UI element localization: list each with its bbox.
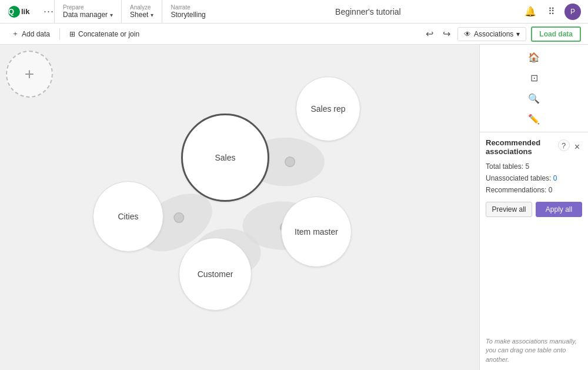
assoc-note: To make associations manually, you can d… (486, 337, 582, 364)
logo-area: Q lik ··· (7, 5, 54, 19)
right-side-panel: 🏠 ⊡ 🔍 ✏️ Recommended associations ? × To… (479, 45, 588, 370)
header-right: 🔔 ⠿ P (522, 4, 581, 20)
toolbar: ＋ Add data ⊞ Concatenate or join ↩ ↪ 👁 A… (0, 24, 588, 45)
notifications-icon[interactable]: 🔔 (522, 4, 539, 19)
concatenate-button[interactable]: ⊞ Concatenate or join (65, 28, 144, 41)
svg-point-4 (285, 157, 295, 167)
toolbar-separator (59, 28, 60, 40)
prepare-value: Data manager ▾ (63, 11, 113, 19)
prepare-label: Prepare (63, 4, 113, 11)
assoc-panel-title: Recommended associations (486, 138, 558, 156)
qlik-logo: Q lik (7, 5, 38, 19)
add-data-circle[interactable]: + (6, 51, 53, 98)
load-data-button[interactable]: Load data (531, 26, 581, 42)
add-plus-icon: + (25, 65, 34, 84)
bubble-label-cities: Cities (118, 212, 138, 221)
assoc-help-button[interactable]: ? (558, 139, 570, 151)
header-more-btn[interactable]: ··· (44, 5, 54, 18)
header: Q lik ··· Prepare Data manager ▾ Analyze… (0, 0, 588, 24)
avatar[interactable]: P (564, 4, 581, 20)
unassoc-tables-stat: Unassociated tables: 0 (486, 174, 582, 182)
bubble-sales-rep[interactable]: Sales rep (296, 76, 360, 141)
plus-icon: ＋ (12, 29, 19, 39)
zoom-in-icon[interactable]: 🔍 (526, 91, 542, 106)
apply-all-button[interactable]: Apply all (536, 202, 582, 217)
add-data-button[interactable]: ＋ Add data (7, 26, 55, 41)
associations-button[interactable]: 👁 Associations ▾ (457, 27, 526, 41)
bubble-label-customer: Customer (198, 269, 233, 279)
undo-button[interactable]: ↩ (423, 26, 436, 42)
bubble-label-item-master: Item master (295, 227, 338, 236)
prepare-section[interactable]: Prepare Data manager ▾ (54, 0, 121, 23)
toolbar-right-actions: ↩ ↪ 👁 Associations ▾ Load data (423, 26, 581, 42)
analyze-value: Sheet ▾ (130, 11, 153, 19)
bubble-label-sales-rep: Sales rep (310, 104, 345, 114)
table-icon: ⊞ (69, 30, 75, 38)
bubble-customer[interactable]: Customer (179, 238, 252, 311)
assoc-panel: Recommended associations ? × Total table… (480, 132, 588, 370)
recommendations-stat: Recommendations: 0 (486, 186, 582, 194)
canvas-area: + SalesSales repCitiesItem masterCustome… (0, 45, 479, 370)
main-area: + SalesSales repCitiesItem masterCustome… (0, 45, 588, 370)
analyze-label: Analyze (130, 4, 153, 11)
narrate-value: Storytelling (171, 11, 205, 19)
assoc-actions: Preview all Apply all (486, 202, 582, 217)
edit-icon[interactable]: ✏️ (526, 111, 542, 127)
grid-icon[interactable]: ⠿ (546, 4, 557, 19)
preview-all-button[interactable]: Preview all (486, 202, 532, 217)
analyze-chevron: ▾ (151, 12, 153, 18)
assoc-header-icons: ? × (558, 139, 582, 155)
bubble-item-master[interactable]: Item master (281, 196, 352, 267)
bubble-label-sales: Sales (215, 153, 235, 162)
svg-point-6 (174, 213, 184, 223)
total-tables-stat: Total tables: 5 (486, 162, 582, 171)
svg-text:lik: lik (21, 7, 30, 16)
home-icon[interactable]: 🏠 (526, 49, 542, 65)
bubble-sales[interactable]: Sales (181, 114, 269, 202)
page-title: Beginner's tutorial (214, 7, 522, 16)
assoc-chevron: ▾ (516, 30, 520, 38)
redo-button[interactable]: ↪ (440, 26, 453, 42)
bubble-cities[interactable]: Cities (93, 181, 163, 252)
narrate-label: Narrate (171, 4, 205, 11)
analyze-section[interactable]: Analyze Sheet ▾ (121, 0, 162, 23)
zoom-fit-icon[interactable]: ⊡ (528, 70, 540, 86)
eye-icon: 👁 (464, 30, 471, 38)
svg-text:Q: Q (8, 7, 14, 16)
assoc-panel-header: Recommended associations ? × (486, 138, 582, 156)
narrate-section[interactable]: Narrate Storytelling (162, 0, 213, 23)
prepare-chevron: ▾ (110, 12, 113, 18)
right-icon-bar: 🏠 ⊡ 🔍 ✏️ (480, 45, 588, 132)
assoc-close-button[interactable]: × (572, 139, 582, 155)
canvas-connectors (0, 45, 479, 370)
